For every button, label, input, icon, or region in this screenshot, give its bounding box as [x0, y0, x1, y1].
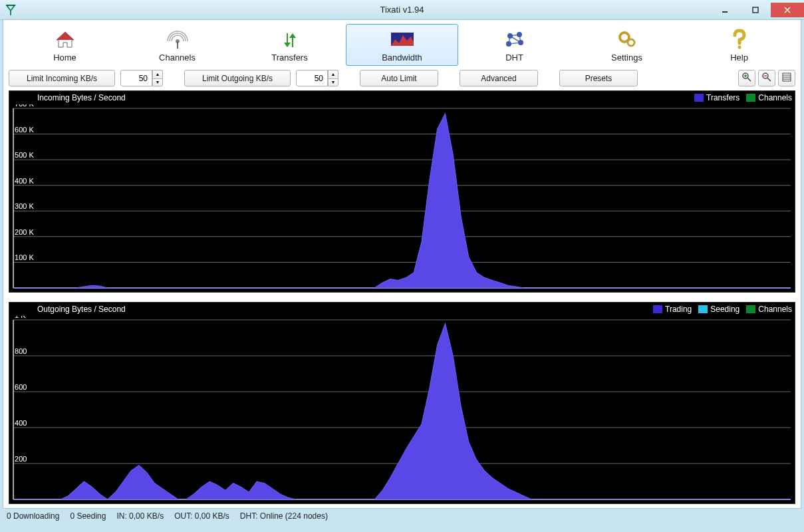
spinner-up[interactable]: ▲ — [328, 70, 338, 78]
svg-text:200 K: 200 K — [15, 228, 35, 236]
presets-button[interactable]: Presets — [559, 70, 638, 86]
toolbar-dht[interactable]: DHT — [458, 24, 571, 66]
statusbar: 0 Downloading 0 Seeding IN: 0,00 KB/s OU… — [0, 509, 804, 523]
status-downloading: 0 Downloading — [7, 511, 59, 521]
svg-text:400 K: 400 K — [15, 177, 35, 185]
home-icon — [54, 27, 76, 51]
titlebar: Tixati v1.94 — [0, 0, 804, 20]
toolbar-label: DHT — [505, 53, 523, 63]
controls-row: Limit Incoming KB/s ▲▼ Limit Outgoing KB… — [3, 68, 801, 90]
incoming-limit-input[interactable] — [120, 70, 152, 86]
window-title: Tixati v1.94 — [0, 5, 804, 15]
svg-text:500 K: 500 K — [15, 151, 35, 159]
outgoing-limit-input[interactable] — [296, 70, 328, 86]
zoom-in-button[interactable] — [738, 70, 755, 86]
legend-item: Transfers — [694, 93, 739, 102]
legend-label: Trading — [665, 305, 692, 314]
svg-text:800: 800 — [15, 347, 27, 355]
outgoing-chart: Outgoing Bytes / Second TradingSeedingCh… — [9, 302, 795, 504]
svg-point-19 — [630, 41, 632, 44]
zoom-in-icon — [741, 72, 752, 84]
status-in: IN: 0,00 KB/s — [116, 511, 164, 521]
legend-item: Trading — [653, 305, 692, 314]
outgoing-chart-svg: 2004006008001 K — [9, 316, 795, 503]
svg-point-14 — [506, 41, 511, 47]
svg-text:1 K: 1 K — [15, 316, 26, 319]
incoming-limit-spinner[interactable]: ▲▼ — [120, 70, 163, 86]
bandwidth-icon — [390, 27, 415, 51]
svg-text:400: 400 — [15, 419, 27, 427]
toolbar-help[interactable]: Help — [683, 24, 795, 66]
svg-text:100 K: 100 K — [15, 253, 35, 261]
legend-swatch — [653, 305, 662, 313]
status-seeding: 0 Seeding — [70, 511, 106, 521]
zoom-out-button[interactable] — [758, 70, 775, 86]
outgoing-limit-spinner[interactable]: ▲▼ — [296, 70, 338, 86]
legend-item: Channels — [746, 93, 792, 102]
toolbar-settings[interactable]: Settings — [571, 24, 683, 66]
toolbar-bandwidth[interactable]: Bandwidth — [346, 24, 458, 66]
incoming-chart-svg: 100 K200 K300 K400 K500 K600 K700 K — [9, 104, 795, 292]
advanced-button[interactable]: Advanced — [460, 70, 538, 86]
spinner-down[interactable]: ▼ — [328, 78, 338, 87]
antenna-icon — [166, 27, 189, 51]
layout-button[interactable] — [778, 70, 795, 86]
svg-point-20 — [737, 46, 741, 49]
svg-text:600 K: 600 K — [15, 126, 35, 134]
svg-point-17 — [622, 35, 626, 39]
limit-incoming-button[interactable]: Limit Incoming KB/s — [9, 70, 115, 86]
network-icon — [503, 27, 526, 51]
incoming-chart: Incoming Bytes / Second TransfersChannel… — [9, 90, 795, 293]
transfers-icon — [279, 27, 301, 51]
status-dht: DHT: Online (224 nodes) — [240, 511, 328, 521]
svg-line-22 — [747, 78, 751, 81]
help-icon — [730, 27, 749, 51]
status-out: OUT: 0,00 KB/s — [174, 511, 229, 521]
svg-text:200: 200 — [15, 455, 27, 463]
legend-label: Seeding — [710, 305, 739, 314]
zoom-out-icon — [761, 72, 772, 84]
main-toolbar: Home Channels Transfers Bandwidth DHT Se… — [3, 20, 801, 68]
svg-point-13 — [517, 32, 522, 37]
toolbar-transfers[interactable]: Transfers — [233, 24, 346, 66]
legend-swatch — [746, 94, 755, 102]
legend-item: Channels — [746, 305, 792, 314]
legend-swatch — [694, 94, 704, 102]
legend-incoming: TransfersChannels — [694, 93, 792, 102]
toolbar-label: Transfers — [271, 53, 307, 63]
legend-item: Seeding — [698, 305, 739, 314]
toolbar-label: Settings — [611, 53, 642, 63]
toolbar-label: Bandwidth — [382, 53, 422, 63]
legend-label: Channels — [758, 93, 792, 102]
toolbar-label: Channels — [159, 53, 196, 63]
svg-text:600: 600 — [15, 383, 27, 391]
spinner-up[interactable]: ▲ — [152, 70, 163, 78]
legend-swatch — [746, 305, 755, 313]
legend-outgoing: TradingSeedingChannels — [653, 305, 792, 314]
legend-swatch — [698, 305, 708, 313]
svg-text:700 K: 700 K — [15, 104, 35, 108]
svg-text:300 K: 300 K — [15, 202, 35, 210]
svg-point-12 — [507, 33, 513, 39]
toolbar-home[interactable]: Home — [9, 24, 121, 66]
auto-limit-button[interactable]: Auto Limit — [360, 70, 438, 86]
toolbar-label: Help — [730, 53, 748, 63]
spinner-down[interactable]: ▼ — [152, 78, 163, 87]
layout-icon — [781, 72, 792, 84]
toolbar-label: Home — [53, 53, 76, 63]
svg-point-15 — [518, 40, 523, 45]
svg-line-26 — [767, 78, 771, 81]
legend-label: Transfers — [706, 93, 739, 102]
gear-icon — [616, 27, 638, 51]
toolbar-channels[interactable]: Channels — [121, 24, 233, 66]
chart-title: Outgoing Bytes / Second — [37, 305, 126, 314]
legend-label: Channels — [758, 305, 792, 314]
limit-outgoing-button[interactable]: Limit Outgoing KB/s — [184, 70, 291, 86]
chart-title: Incoming Bytes / Second — [37, 93, 126, 102]
